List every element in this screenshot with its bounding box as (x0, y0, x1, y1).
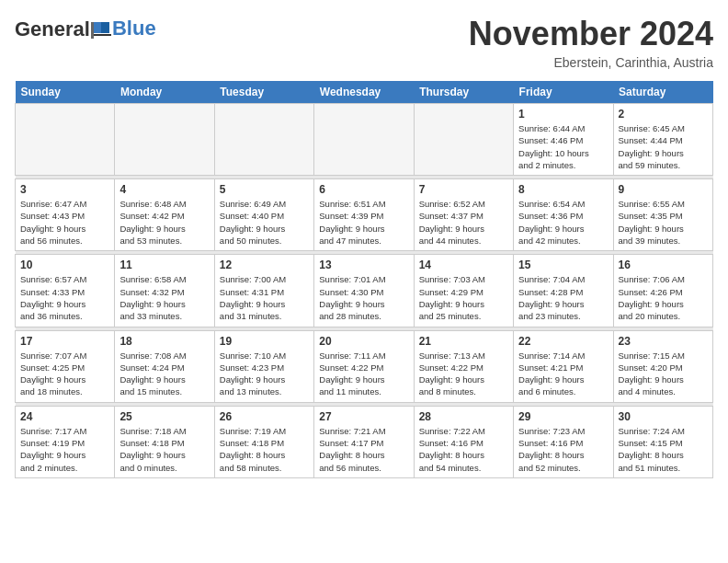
day-info: Sunrise: 6:45 AM Sunset: 4:44 PM Dayligh… (619, 122, 708, 171)
calendar-cell: 7Sunrise: 6:52 AM Sunset: 4:37 PM Daylig… (414, 179, 513, 251)
day-number: 9 (619, 183, 708, 196)
calendar-week-4: 17Sunrise: 7:07 AM Sunset: 4:25 PM Dayli… (16, 330, 713, 402)
day-number: 24 (20, 410, 109, 423)
day-number: 6 (319, 183, 408, 196)
month-title: November 2024 (469, 15, 713, 53)
day-info: Sunrise: 6:57 AM Sunset: 4:33 PM Dayligh… (20, 273, 109, 322)
day-info: Sunrise: 7:23 AM Sunset: 4:16 PM Dayligh… (518, 425, 608, 474)
calendar-cell (314, 104, 414, 176)
day-number: 29 (518, 410, 608, 423)
day-info: Sunrise: 7:22 AM Sunset: 4:16 PM Dayligh… (419, 425, 508, 474)
day-info: Sunrise: 7:19 AM Sunset: 4:18 PM Dayligh… (220, 425, 309, 474)
day-number: 25 (119, 410, 209, 423)
day-number: 18 (119, 335, 209, 348)
calendar-cell: 9Sunrise: 6:55 AM Sunset: 4:35 PM Daylig… (613, 179, 712, 251)
day-info: Sunrise: 7:14 AM Sunset: 4:21 PM Dayligh… (518, 350, 608, 398)
th-friday: Friday (514, 81, 613, 104)
calendar-cell: 23Sunrise: 7:15 AM Sunset: 4:20 PM Dayli… (613, 330, 712, 402)
calendar-cell: 28Sunrise: 7:22 AM Sunset: 4:16 PM Dayli… (414, 406, 513, 477)
day-info: Sunrise: 7:15 AM Sunset: 4:20 PM Dayligh… (619, 350, 708, 398)
day-info: Sunrise: 6:55 AM Sunset: 4:35 PM Dayligh… (619, 198, 708, 247)
day-number: 17 (20, 335, 109, 348)
day-info: Sunrise: 7:00 AM Sunset: 4:31 PM Dayligh… (220, 273, 309, 322)
calendar-cell: 24Sunrise: 7:17 AM Sunset: 4:19 PM Dayli… (16, 406, 115, 477)
calendar-week-5: 24Sunrise: 7:17 AM Sunset: 4:19 PM Dayli… (16, 406, 713, 477)
day-info: Sunrise: 6:51 AM Sunset: 4:39 PM Dayligh… (319, 198, 408, 247)
day-number: 13 (319, 259, 408, 271)
calendar-cell: 3Sunrise: 6:47 AM Sunset: 4:43 PM Daylig… (16, 179, 115, 251)
calendar-cell: 30Sunrise: 7:24 AM Sunset: 4:15 PM Dayli… (613, 406, 712, 477)
svg-rect-2 (91, 34, 111, 36)
day-info: Sunrise: 7:18 AM Sunset: 4:18 PM Dayligh… (119, 425, 209, 474)
calendar-cell (214, 104, 313, 176)
calendar-cell: 16Sunrise: 7:06 AM Sunset: 4:26 PM Dayli… (613, 255, 712, 327)
calendar-cell: 18Sunrise: 7:08 AM Sunset: 4:24 PM Dayli… (115, 330, 214, 402)
day-info: Sunrise: 6:49 AM Sunset: 4:40 PM Dayligh… (220, 198, 309, 247)
day-info: Sunrise: 7:06 AM Sunset: 4:26 PM Dayligh… (619, 273, 708, 322)
day-info: Sunrise: 6:48 AM Sunset: 4:42 PM Dayligh… (119, 198, 209, 247)
calendar-cell: 20Sunrise: 7:11 AM Sunset: 4:22 PM Dayli… (314, 330, 414, 402)
day-info: Sunrise: 7:10 AM Sunset: 4:23 PM Dayligh… (220, 350, 309, 398)
location-subtitle: Eberstein, Carinthia, Austria (469, 55, 713, 70)
day-number: 30 (619, 410, 708, 423)
day-info: Sunrise: 7:01 AM Sunset: 4:30 PM Dayligh… (319, 273, 408, 322)
calendar-cell: 2Sunrise: 6:45 AM Sunset: 4:44 PM Daylig… (613, 104, 712, 176)
calendar-week-3: 10Sunrise: 6:57 AM Sunset: 4:33 PM Dayli… (16, 255, 713, 327)
logo-blue: Blue (112, 17, 156, 40)
calendar-cell: 14Sunrise: 7:03 AM Sunset: 4:29 PM Dayli… (414, 255, 513, 327)
svg-rect-3 (91, 22, 94, 39)
th-thursday: Thursday (414, 81, 513, 104)
title-area: November 2024 Eberstein, Carinthia, Aust… (469, 15, 713, 70)
day-number: 23 (619, 335, 708, 348)
calendar-cell: 8Sunrise: 6:54 AM Sunset: 4:36 PM Daylig… (514, 179, 613, 251)
day-info: Sunrise: 7:21 AM Sunset: 4:17 PM Dayligh… (319, 425, 408, 474)
day-info: Sunrise: 6:54 AM Sunset: 4:36 PM Dayligh… (518, 198, 608, 247)
svg-marker-1 (101, 22, 109, 33)
calendar-cell (16, 104, 115, 176)
day-info: Sunrise: 7:07 AM Sunset: 4:25 PM Dayligh… (20, 350, 109, 398)
calendar-cell: 6Sunrise: 6:51 AM Sunset: 4:39 PM Daylig… (314, 179, 414, 251)
calendar-cell: 13Sunrise: 7:01 AM Sunset: 4:30 PM Dayli… (314, 255, 414, 327)
day-info: Sunrise: 6:52 AM Sunset: 4:37 PM Dayligh… (419, 198, 508, 247)
day-info: Sunrise: 6:44 AM Sunset: 4:46 PM Dayligh… (518, 122, 608, 171)
day-info: Sunrise: 7:04 AM Sunset: 4:28 PM Dayligh… (518, 273, 608, 322)
calendar-cell: 29Sunrise: 7:23 AM Sunset: 4:16 PM Dayli… (514, 406, 613, 477)
day-number: 28 (419, 410, 508, 423)
calendar-cell: 27Sunrise: 7:21 AM Sunset: 4:17 PM Dayli… (314, 406, 414, 477)
calendar-cell: 11Sunrise: 6:58 AM Sunset: 4:32 PM Dayli… (115, 255, 214, 327)
calendar-cell: 5Sunrise: 6:49 AM Sunset: 4:40 PM Daylig… (214, 179, 313, 251)
logo: General Blue (15, 18, 156, 40)
day-info: Sunrise: 6:47 AM Sunset: 4:43 PM Dayligh… (20, 198, 109, 247)
day-info: Sunrise: 7:11 AM Sunset: 4:22 PM Dayligh… (319, 350, 408, 398)
calendar-cell: 25Sunrise: 7:18 AM Sunset: 4:18 PM Dayli… (115, 406, 214, 477)
day-number: 19 (220, 335, 309, 348)
header: General Blue November 2024 Eberstein, Ca… (15, 15, 713, 70)
day-number: 27 (319, 410, 408, 423)
logo-flag-icon (91, 22, 111, 39)
page-container: General Blue November 2024 Eberstein, Ca… (0, 0, 728, 486)
day-number: 1 (518, 108, 608, 121)
th-wednesday: Wednesday (314, 81, 414, 104)
logo-general: General (15, 17, 90, 40)
th-saturday: Saturday (613, 81, 712, 104)
day-info: Sunrise: 7:03 AM Sunset: 4:29 PM Dayligh… (419, 273, 508, 322)
calendar-cell: 17Sunrise: 7:07 AM Sunset: 4:25 PM Dayli… (16, 330, 115, 402)
day-number: 11 (119, 259, 209, 271)
day-info: Sunrise: 7:13 AM Sunset: 4:22 PM Dayligh… (419, 350, 508, 398)
day-info: Sunrise: 6:58 AM Sunset: 4:32 PM Dayligh… (119, 273, 209, 322)
calendar-cell: 12Sunrise: 7:00 AM Sunset: 4:31 PM Dayli… (214, 255, 313, 327)
calendar-cell: 19Sunrise: 7:10 AM Sunset: 4:23 PM Dayli… (214, 330, 313, 402)
day-number: 7 (419, 183, 508, 196)
calendar-cell: 10Sunrise: 6:57 AM Sunset: 4:33 PM Dayli… (16, 255, 115, 327)
calendar-cell: 4Sunrise: 6:48 AM Sunset: 4:42 PM Daylig… (115, 179, 214, 251)
calendar-cell: 22Sunrise: 7:14 AM Sunset: 4:21 PM Dayli… (514, 330, 613, 402)
day-number: 16 (619, 259, 708, 271)
th-tuesday: Tuesday (214, 81, 313, 104)
calendar-week-2: 3Sunrise: 6:47 AM Sunset: 4:43 PM Daylig… (16, 179, 713, 251)
calendar-cell: 15Sunrise: 7:04 AM Sunset: 4:28 PM Dayli… (514, 255, 613, 327)
calendar-cell: 21Sunrise: 7:13 AM Sunset: 4:22 PM Dayli… (414, 330, 513, 402)
day-info: Sunrise: 7:17 AM Sunset: 4:19 PM Dayligh… (20, 425, 109, 474)
calendar-cell: 26Sunrise: 7:19 AM Sunset: 4:18 PM Dayli… (214, 406, 313, 477)
day-number: 10 (20, 259, 109, 271)
calendar-table: Sunday Monday Tuesday Wednesday Thursday… (15, 81, 713, 478)
